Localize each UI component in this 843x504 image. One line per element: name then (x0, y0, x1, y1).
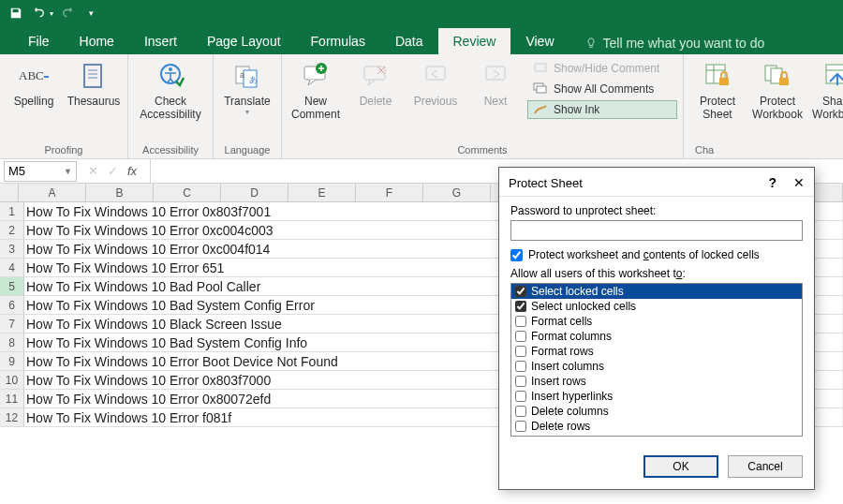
check-accessibility-button[interactable]: Check Accessibility (134, 57, 207, 123)
cancel-button[interactable]: Cancel (728, 455, 803, 478)
row-header[interactable]: 1 (0, 202, 24, 220)
delete-comment-button[interactable]: Delete (348, 57, 404, 110)
select-all-corner[interactable] (0, 184, 19, 201)
col-header-A[interactable]: A (19, 184, 86, 201)
row-header[interactable]: 10 (0, 371, 24, 389)
tab-view[interactable]: View (510, 28, 569, 54)
col-header-D[interactable]: D (221, 184, 288, 201)
previous-comment-button[interactable]: Previous (407, 57, 464, 110)
protect-contents-checkbox[interactable] (510, 249, 523, 261)
protect-sheet-dialog: Protect Sheet ? ✕ Password to unprotect … (498, 167, 815, 490)
delete-comment-icon (361, 61, 391, 91)
permission-checkbox[interactable] (515, 391, 526, 402)
thesaurus-button[interactable]: Thesaurus (66, 57, 122, 110)
permission-item[interactable]: Select unlocked cells (511, 299, 802, 314)
svg-rect-14 (486, 67, 505, 80)
translate-button[interactable]: aあ Translate▾ (219, 57, 275, 118)
tab-file[interactable]: File (13, 28, 65, 54)
permissions-listbox[interactable]: Select locked cellsSelect unlocked cells… (510, 283, 803, 437)
protect-sheet-icon (702, 61, 732, 91)
qat-customize[interactable]: ▾ (81, 3, 101, 23)
row-header[interactable]: 3 (0, 240, 24, 258)
row-header[interactable]: 7 (0, 315, 24, 333)
col-header-F[interactable]: F (356, 184, 423, 201)
show-all-comments-button[interactable]: Show All Comments (527, 80, 677, 98)
col-header-B[interactable]: B (86, 184, 154, 201)
redo-icon (62, 7, 75, 20)
tab-formulas[interactable]: Formulas (296, 28, 380, 54)
permission-checkbox[interactable] (515, 301, 526, 312)
tab-home[interactable]: Home (65, 28, 129, 54)
share-workbook-button[interactable]: Share Workbook (809, 57, 843, 123)
tab-review[interactable]: Review (438, 28, 511, 54)
permission-item[interactable]: Format columns (511, 329, 802, 344)
tell-me-search[interactable]: Tell me what you want to do (575, 32, 775, 54)
tab-data[interactable]: Data (380, 28, 438, 54)
permission-checkbox[interactable] (515, 331, 526, 342)
next-comment-icon (481, 61, 510, 91)
permission-item[interactable]: Insert columns (511, 359, 802, 374)
permission-item[interactable]: Insert rows (511, 374, 802, 389)
permission-item[interactable]: Select locked cells (511, 284, 802, 299)
close-button[interactable]: ✕ (793, 175, 805, 190)
thesaurus-icon (79, 61, 109, 91)
group-label-comments: Comments (288, 142, 677, 158)
protect-workbook-button[interactable]: Protect Workbook (749, 57, 806, 123)
permission-item[interactable]: Delete rows (511, 419, 802, 434)
row-header[interactable]: 9 (0, 352, 24, 370)
permission-item[interactable]: Insert hyperlinks (511, 389, 802, 404)
protect-sheet-button[interactable]: Protect Sheet (689, 57, 746, 123)
permission-label: Insert columns (531, 360, 604, 373)
ok-button[interactable]: OK (643, 455, 718, 478)
tab-insert[interactable]: Insert (129, 28, 192, 54)
permission-checkbox[interactable] (515, 286, 526, 297)
fx-button[interactable]: fx (127, 164, 142, 178)
tab-page-layout[interactable]: Page Layout (192, 28, 296, 54)
col-header-G[interactable]: G (423, 184, 491, 201)
permission-checkbox[interactable] (515, 421, 526, 432)
col-header-C[interactable]: C (154, 184, 221, 201)
next-comment-button[interactable]: Next (467, 57, 524, 110)
permission-label: Format cells (531, 315, 592, 328)
show-hide-comment-button[interactable]: Show/Hide Comment (527, 59, 677, 78)
row-header[interactable]: 5 (0, 277, 24, 295)
group-language: aあ Translate▾ Language (214, 54, 282, 158)
permission-checkbox[interactable] (515, 406, 526, 417)
show-hide-comment-icon (533, 61, 548, 76)
ribbon-tabs: File Home Insert Page Layout Formulas Da… (0, 26, 843, 54)
svg-rect-13 (426, 67, 445, 80)
permission-checkbox[interactable] (515, 346, 526, 357)
show-ink-button[interactable]: Show Ink (527, 100, 677, 119)
help-button[interactable]: ? (768, 175, 776, 190)
permission-item[interactable]: Delete columns (511, 404, 802, 419)
redo-button[interactable] (58, 3, 79, 23)
enter-formula-icon[interactable]: ✓ (108, 164, 118, 178)
svg-rect-12 (364, 67, 385, 80)
permission-item[interactable]: Format rows (511, 344, 802, 359)
permission-item[interactable]: Format cells (511, 314, 802, 329)
group-comments: New Comment Delete Previous Next Show/Hi… (282, 54, 684, 158)
row-header[interactable]: 11 (0, 390, 24, 408)
spelling-button[interactable]: ABC Spelling (6, 57, 62, 110)
new-comment-button[interactable]: New Comment (288, 57, 344, 123)
row-header[interactable]: 2 (0, 221, 24, 239)
row-header[interactable]: 6 (0, 296, 24, 314)
group-proofing: ABC Spelling Thesaurus Proofing (0, 54, 128, 158)
show-all-comments-icon (533, 82, 548, 96)
row-header[interactable]: 12 (0, 408, 24, 426)
svg-text:a: a (240, 70, 244, 80)
cancel-formula-icon[interactable]: ✕ (88, 164, 98, 178)
undo-dropdown[interactable]: ▾ (47, 3, 56, 23)
row-header[interactable]: 8 (0, 334, 24, 351)
save-button[interactable] (6, 3, 26, 23)
permission-checkbox[interactable] (515, 361, 526, 372)
col-header-E[interactable]: E (288, 184, 356, 201)
undo-button[interactable] (28, 3, 49, 23)
row-header[interactable]: 4 (0, 259, 24, 276)
password-input[interactable] (510, 220, 803, 241)
chevron-down-icon: ▼ (64, 167, 72, 176)
name-box[interactable]: M5 ▼ (4, 161, 77, 182)
permission-checkbox[interactable] (515, 316, 526, 327)
permission-checkbox[interactable] (515, 376, 526, 387)
title-bar: ▾ ▾ (0, 0, 843, 26)
